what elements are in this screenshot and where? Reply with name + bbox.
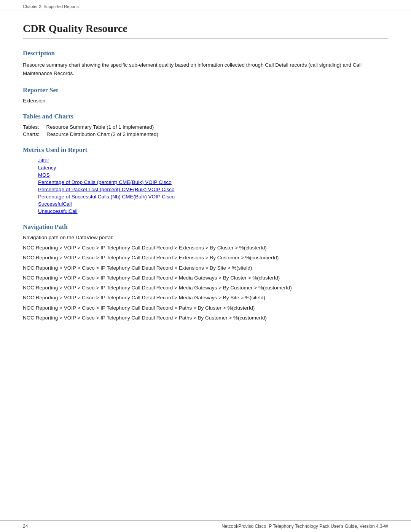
- metric-item[interactable]: Percentage of Drop Calls (percent) CME(B…: [38, 179, 388, 185]
- description-section: Description Resource summary chart showi…: [23, 50, 388, 77]
- nav-path-item: NOC Reporting > VOIP > Cisco > IP Teleph…: [23, 254, 388, 262]
- reporter-set-text: Extension: [23, 98, 388, 104]
- breadcrumb: Chapter 2: Supported Reports: [23, 4, 79, 9]
- navigation-paths-list: NOC Reporting > VOIP > Cisco > IP Teleph…: [23, 244, 388, 322]
- metrics-section: Metrics Used in Report JitterLatencyMOSP…: [23, 146, 388, 214]
- charts-value: Resource Distribution Chart (2 of 2 impl…: [46, 131, 158, 137]
- metrics-heading: Metrics Used in Report: [23, 146, 388, 154]
- navigation-section: Navigation Path Navigation path on the D…: [23, 223, 388, 322]
- page-container: Chapter 2: Supported Reports CDR Quality…: [0, 0, 411, 532]
- metric-item[interactable]: UnsuccessfulCall: [38, 208, 388, 214]
- nav-path-item: NOC Reporting > VOIP > Cisco > IP Teleph…: [23, 304, 388, 312]
- metric-item[interactable]: Percentage of Packet Lost (percent) CME(…: [38, 187, 388, 192]
- nav-path-item: NOC Reporting > VOIP > Cisco > IP Teleph…: [23, 314, 388, 322]
- tables-charts-heading: Tables and Charts: [23, 113, 388, 120]
- nav-path-item: NOC Reporting > VOIP > Cisco > IP Teleph…: [23, 294, 388, 302]
- navigation-intro: Navigation path on the DataView portal:: [23, 235, 388, 240]
- footer-page-number: 24: [23, 524, 28, 529]
- metric-item[interactable]: SuccessfulCall: [38, 201, 388, 207]
- footer: 24 Netcool/Proviso Cisco IP Telephony Te…: [0, 520, 411, 532]
- metric-item[interactable]: MOS: [38, 172, 388, 178]
- nav-path-item: NOC Reporting > VOIP > Cisco > IP Teleph…: [23, 284, 388, 292]
- nav-path-item: NOC Reporting > VOIP > Cisco > IP Teleph…: [23, 274, 388, 282]
- tables-label: Tables:: [23, 124, 39, 130]
- description-text: Resource summary chart showing the speci…: [23, 61, 388, 77]
- tables-charts-section: Tables and Charts Tables: Resource Summa…: [23, 113, 388, 137]
- metric-item[interactable]: Percentage of Successful Calls (Nb) CME(…: [38, 194, 388, 200]
- metrics-list: JitterLatencyMOSPercentage of Drop Calls…: [23, 158, 388, 214]
- charts-row: Charts: Resource Distribution Chart (2 o…: [23, 131, 388, 137]
- charts-label: Charts:: [23, 131, 40, 137]
- tables-row: Tables: Resource Summary Table (1 of 1 i…: [23, 124, 388, 130]
- page-title: CDR Quality Resource: [23, 22, 388, 39]
- metric-item[interactable]: Latency: [38, 165, 388, 171]
- footer-title: Netcool/Proviso Cisco IP Telephony Techn…: [221, 524, 388, 529]
- description-heading: Description: [23, 50, 388, 57]
- nav-path-item: NOC Reporting > VOIP > Cisco > IP Teleph…: [23, 264, 388, 272]
- main-content: CDR Quality Resource Description Resourc…: [0, 11, 411, 520]
- reporter-set-heading: Reporter Set: [23, 86, 388, 94]
- tables-value: Resource Summary Table (1 of 1 implement…: [46, 124, 154, 130]
- nav-path-item: NOC Reporting > VOIP > Cisco > IP Teleph…: [23, 244, 388, 252]
- metric-item[interactable]: Jitter: [38, 158, 388, 163]
- top-bar: Chapter 2: Supported Reports: [0, 0, 411, 11]
- reporter-set-section: Reporter Set Extension: [23, 86, 388, 104]
- navigation-heading: Navigation Path: [23, 223, 388, 231]
